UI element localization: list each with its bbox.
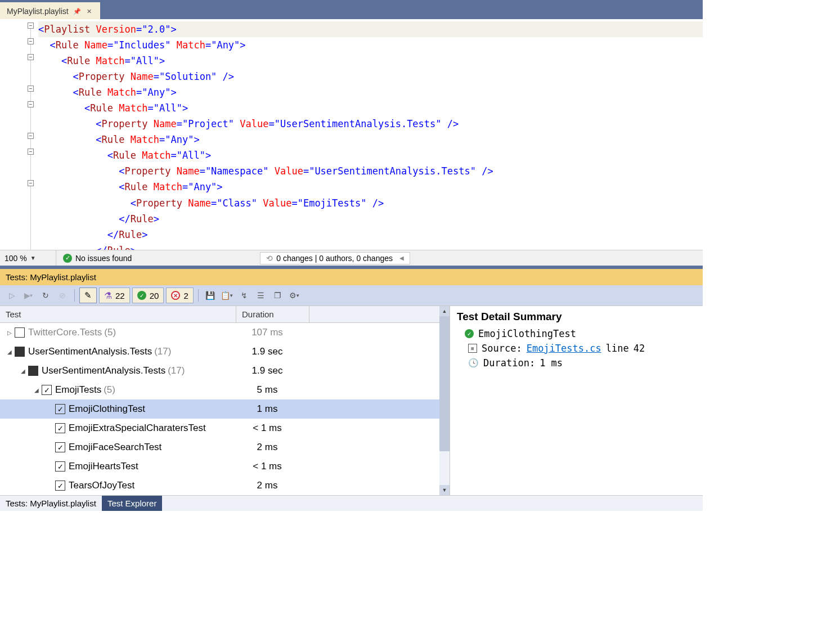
checkbox[interactable] <box>42 385 52 395</box>
editor-gutter: −−−−−−−− <box>0 19 35 250</box>
test-row[interactable]: ◢UserSentimentAnalysis.Tests (17)1.9 sec <box>0 342 450 361</box>
save-icon: 💾 <box>205 291 215 300</box>
failed-tests-filter[interactable]: ✕2 <box>166 288 193 303</box>
fold-toggle[interactable]: − <box>28 38 34 44</box>
expander-icon[interactable]: ◢ <box>33 387 41 393</box>
checkbox[interactable] <box>55 404 65 414</box>
duration-value: 1 ms <box>540 357 563 369</box>
code-line[interactable]: <Rule Match="Any"> <box>38 132 703 147</box>
fold-toggle[interactable]: − <box>28 101 34 107</box>
total-tests-filter[interactable]: ⚗22 <box>99 288 130 303</box>
fold-toggle[interactable]: − <box>28 54 34 60</box>
code-line[interactable]: <Playlist Version="2.0"> <box>38 21 703 37</box>
tests-header-text: Tests: MyPlaylist.playlist <box>6 272 96 282</box>
code-line[interactable]: <Property Name="Namespace" Value="UserSe… <box>38 163 703 179</box>
code-line[interactable]: <Rule Match="All"> <box>38 147 703 163</box>
windows-button[interactable]: ❐ <box>271 288 285 303</box>
col-header-test[interactable]: Test <box>0 306 236 322</box>
flask-icon: ⚗ <box>104 290 112 301</box>
pass-count: 20 <box>150 291 159 300</box>
test-row[interactable]: ◢EmojiTests (5)5 ms <box>0 380 450 399</box>
code-line[interactable]: </Rule> <box>38 227 703 243</box>
test-row[interactable]: ▷TwitterCore.Tests (5)107 ms <box>0 323 450 342</box>
test-row[interactable]: EmojiHeartsTest< 1 ms <box>0 457 450 476</box>
playlist-button[interactable]: 📋▼ <box>220 288 235 303</box>
test-count: (17) <box>154 346 171 357</box>
zoom-dropdown[interactable]: 100 % ▼ <box>0 250 56 266</box>
save-button[interactable]: 💾 <box>203 288 218 303</box>
expander-icon[interactable]: ◢ <box>19 368 27 374</box>
test-row[interactable]: EmojiFaceSearchTest2 ms <box>0 438 450 457</box>
run-all-button[interactable]: ▷ <box>5 288 19 303</box>
code-line[interactable]: </Rule> <box>38 243 703 250</box>
test-count: (5) <box>104 327 116 338</box>
test-row[interactable]: EmojiExtraSpecialCharatersTest< 1 ms <box>0 419 450 438</box>
code-line[interactable]: <Rule Match="Any"> <box>38 179 703 195</box>
chevron-left-icon: ◀ <box>399 255 404 261</box>
duration-label: Duration: <box>483 357 535 369</box>
changes-text: 0 changes | 0 authors, 0 changes <box>276 254 393 263</box>
scroll-down-button[interactable]: ▼ <box>439 485 450 495</box>
test-row[interactable]: EmojiClothingTest1 ms <box>0 399 450 419</box>
stop-button[interactable]: ⊘ <box>55 288 70 303</box>
code-editor[interactable]: −−−−−−−− <Playlist Version="2.0"> <Rule … <box>0 19 703 250</box>
passed-tests-filter[interactable]: ✓20 <box>132 288 164 303</box>
expand-collapse-button[interactable]: ☰ <box>254 288 268 303</box>
run-after-build-button[interactable]: ↯ <box>237 288 251 303</box>
scroll-thumb[interactable] <box>439 316 450 451</box>
settings-button[interactable]: ⚙▼ <box>288 288 302 303</box>
scrollbar[interactable]: ▲ ▼ <box>439 306 450 495</box>
code-line[interactable]: <Rule Match="Any"> <box>38 84 703 100</box>
fold-toggle[interactable]: − <box>28 133 34 139</box>
expander-icon[interactable]: ◢ <box>6 349 14 355</box>
scroll-up-button[interactable]: ▲ <box>439 306 450 316</box>
pencil-icon: ✎ <box>84 290 92 300</box>
fold-toggle[interactable]: − <box>28 149 34 155</box>
code-line[interactable]: </Rule> <box>38 211 703 227</box>
checkbox[interactable] <box>15 347 25 357</box>
code-line[interactable]: <Rule Name="Includes" Match="Any"> <box>38 37 703 53</box>
expander-icon[interactable]: ▷ <box>6 330 14 336</box>
checkbox[interactable] <box>55 481 65 491</box>
test-count: (5) <box>104 384 115 396</box>
close-icon[interactable]: ✕ <box>86 7 93 15</box>
pin-icon[interactable]: 📌 <box>73 7 81 15</box>
source-line: 42 <box>634 343 645 354</box>
fold-toggle[interactable]: − <box>28 23 34 29</box>
code-line[interactable]: <Property Name="Project" Value="UserSent… <box>38 116 703 132</box>
document-tab-bar: MyPlaylist.playlist 📌 ✕ <box>0 0 703 19</box>
chevron-down-icon: ▼ <box>295 293 300 298</box>
code-line[interactable]: <Rule Match="All"> <box>38 53 703 69</box>
issues-indicator[interactable]: ✓ No issues found <box>56 254 138 263</box>
changes-indicator[interactable]: ⟲ 0 changes | 0 authors, 0 changes ◀ <box>260 252 410 264</box>
detail-title: Test Detail Summary <box>457 311 696 323</box>
repeat-button[interactable]: ↻ <box>38 288 53 303</box>
fold-toggle[interactable]: − <box>28 180 34 186</box>
test-duration: 2 ms <box>236 480 309 491</box>
tab-test-explorer[interactable]: Test Explorer <box>102 496 163 511</box>
source-line-label: line <box>606 343 629 354</box>
editor-status-bar: 100 % ▼ ✓ No issues found ⟲ 0 changes | … <box>0 250 703 266</box>
checkbox[interactable] <box>55 423 65 433</box>
col-header-duration[interactable]: Duration <box>236 306 309 322</box>
test-name: UserSentimentAnalysis.Tests <box>28 346 152 357</box>
edit-filter-button[interactable]: ✎ <box>79 288 97 303</box>
code-line[interactable]: <Rule Match="All"> <box>38 100 703 116</box>
checkbox[interactable] <box>55 442 65 452</box>
source-link[interactable]: EmojiTests.cs <box>527 343 601 354</box>
check-circle-icon: ✓ <box>63 254 72 263</box>
stop-icon: ⊘ <box>59 291 66 300</box>
document-tab[interactable]: MyPlaylist.playlist 📌 ✕ <box>0 2 100 19</box>
test-row[interactable]: TearsOfJoyTest2 ms <box>0 476 450 495</box>
tab-tests-playlist[interactable]: Tests: MyPlaylist.playlist <box>0 496 102 511</box>
fold-toggle[interactable]: − <box>28 86 34 92</box>
test-row[interactable]: ◢UserSentimentAnalysis.Tests (17)1.9 sec <box>0 361 450 380</box>
test-duration: 107 ms <box>236 327 309 338</box>
test-name: TwitterCore.Tests <box>28 327 102 338</box>
checkbox[interactable] <box>28 366 38 376</box>
run-button[interactable]: ▶▼ <box>21 288 36 303</box>
code-line[interactable]: <Property Name="Class" Value="EmojiTests… <box>38 195 703 211</box>
code-line[interactable]: <Property Name="Solution" /> <box>38 69 703 84</box>
checkbox[interactable] <box>15 327 25 338</box>
checkbox[interactable] <box>55 461 65 472</box>
